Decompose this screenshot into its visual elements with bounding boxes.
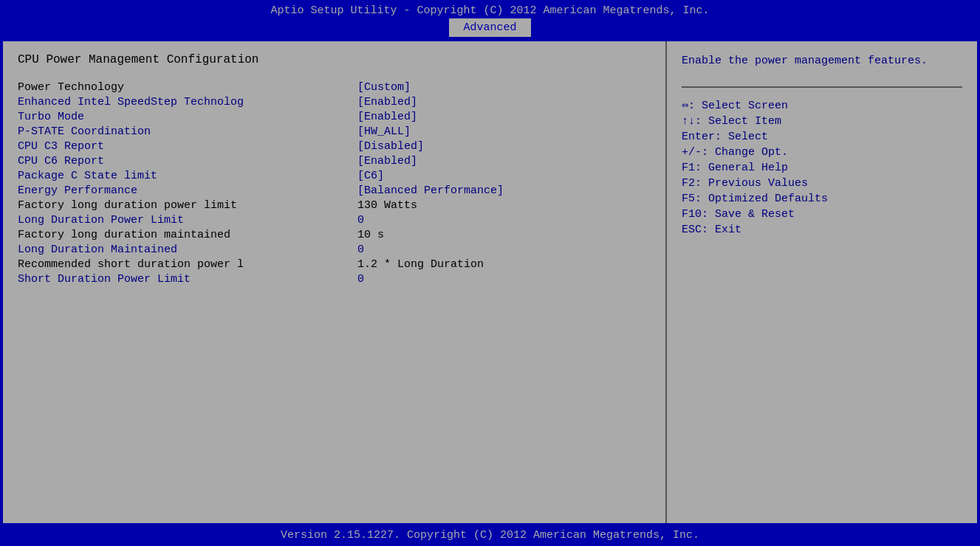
right-panel: Enable the power management features. ⇔:… xyxy=(667,41,977,523)
key-help-row-4: F1: General Help xyxy=(682,162,962,174)
divider xyxy=(682,86,962,88)
config-row-2: Turbo Mode[Enabled] xyxy=(18,111,651,123)
config-label-7: Energy Performance xyxy=(18,184,357,197)
left-panel: CPU Power Management Configuration Power… xyxy=(3,41,667,523)
config-value-6: [C6] xyxy=(357,170,384,182)
config-row-0: Power Technology[Custom] xyxy=(18,81,651,94)
bottom-text: Version 2.15.1227. Copyright (C) 2012 Am… xyxy=(281,529,699,542)
config-row-10: Factory long duration maintained10 s xyxy=(18,229,651,241)
config-value-10: 10 s xyxy=(357,229,384,241)
config-value-4: [Disabled] xyxy=(357,140,424,153)
config-label-4: CPU C3 Report xyxy=(18,140,357,153)
key-help-row-3: +/-: Change Opt. xyxy=(682,146,962,159)
main-content: CPU Power Management Configuration Power… xyxy=(1,40,979,525)
config-row-3: P-STATE Coordination[HW_ALL] xyxy=(18,125,651,138)
config-row-8: Factory long duration power limit130 Wat… xyxy=(18,199,651,212)
config-label-6: Package C State limit xyxy=(18,170,357,182)
config-label-10: Factory long duration maintained xyxy=(18,229,357,241)
key-help-row-0: ⇔: Select Screen xyxy=(682,98,962,112)
config-label-0: Power Technology xyxy=(18,81,357,94)
config-value-3: [HW_ALL] xyxy=(357,125,411,138)
config-value-9: 0 xyxy=(357,214,364,227)
config-label-2: Turbo Mode xyxy=(18,111,357,123)
title-text: Aptio Setup Utility - Copyright (C) 2012… xyxy=(270,4,709,17)
title-bar: Aptio Setup Utility - Copyright (C) 2012… xyxy=(0,0,980,18)
config-label-5: CPU C6 Report xyxy=(18,155,357,167)
config-row-13: Short Duration Power Limit0 xyxy=(18,273,651,286)
key-help-list: ⇔: Select Screen↑↓: Select ItemEnter: Se… xyxy=(682,98,962,239)
config-value-1: [Enabled] xyxy=(357,96,417,108)
config-rows: Power Technology[Custom]Enhanced Intel S… xyxy=(18,81,651,286)
config-row-12: Recommended short duration power l1.2 * … xyxy=(18,258,651,271)
config-value-0: [Custom] xyxy=(357,81,411,94)
config-row-7: Energy Performance[Balanced Performance] xyxy=(18,184,651,197)
config-value-8: 130 Watts xyxy=(357,199,417,212)
config-label-11: Long Duration Maintained xyxy=(18,243,357,256)
config-value-2: [Enabled] xyxy=(357,111,417,123)
key-help-row-1: ↑↓: Select Item xyxy=(682,115,962,128)
config-row-6: Package C State limit[C6] xyxy=(18,170,651,182)
config-label-8: Factory long duration power limit xyxy=(18,199,357,212)
key-help-row-2: Enter: Select xyxy=(682,131,962,143)
key-help-row-8: ESC: Exit xyxy=(682,224,962,236)
key-help-row-5: F2: Previous Values xyxy=(682,177,962,190)
config-value-12: 1.2 * Long Duration xyxy=(357,258,484,271)
section-title: CPU Power Management Configuration xyxy=(18,53,651,66)
config-row-11: Long Duration Maintained0 xyxy=(18,243,651,256)
bottom-bar: Version 2.15.1227. Copyright (C) 2012 Am… xyxy=(0,525,980,546)
config-label-3: P-STATE Coordination xyxy=(18,125,357,138)
key-help-row-7: F10: Save & Reset xyxy=(682,208,962,221)
config-label-1: Enhanced Intel SpeedStep Technolog xyxy=(18,96,357,108)
key-help-row-6: F5: Optimized Defaults xyxy=(682,193,962,205)
config-row-4: CPU C3 Report[Disabled] xyxy=(18,140,651,153)
app: Aptio Setup Utility - Copyright (C) 2012… xyxy=(0,0,980,546)
help-text: Enable the power management features. xyxy=(682,53,962,70)
config-label-13: Short Duration Power Limit xyxy=(18,273,357,286)
tab-advanced[interactable]: Advanced xyxy=(449,18,530,37)
tab-bar: Advanced xyxy=(0,18,980,40)
config-value-11: 0 xyxy=(357,243,364,256)
config-row-1: Enhanced Intel SpeedStep Technolog[Enabl… xyxy=(18,96,651,108)
config-value-13: 0 xyxy=(357,273,364,286)
config-row-5: CPU C6 Report[Enabled] xyxy=(18,155,651,167)
config-value-7: [Balanced Performance] xyxy=(357,184,504,197)
config-value-5: [Enabled] xyxy=(357,155,417,167)
config-label-9: Long Duration Power Limit xyxy=(18,214,357,227)
config-label-12: Recommended short duration power l xyxy=(18,258,357,271)
config-row-9: Long Duration Power Limit0 xyxy=(18,214,651,227)
